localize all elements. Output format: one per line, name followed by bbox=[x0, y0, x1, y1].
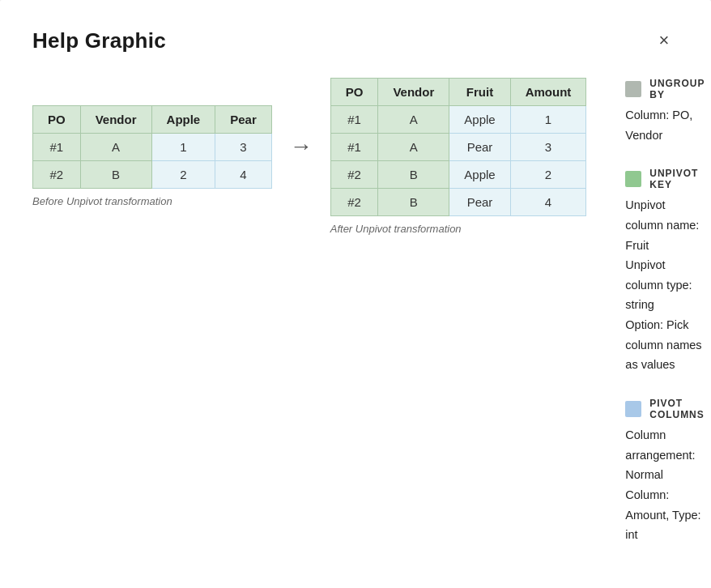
ungroup-legend-header: UNGROUP BY bbox=[625, 78, 705, 100]
after-cell: 1 bbox=[510, 106, 586, 134]
help-graphic-dialog: Help Graphic × PO Vendor Apple Pear bbox=[0, 0, 711, 588]
table-row: #1 A Pear 3 bbox=[330, 134, 586, 161]
after-cell: A bbox=[378, 134, 449, 161]
after-header-po: PO bbox=[330, 79, 378, 106]
pivot-line-1: Column arrangement: Normal bbox=[625, 425, 705, 485]
after-header-amount: Amount bbox=[510, 79, 586, 106]
before-table-wrapper: PO Vendor Apple Pear #1 A 1 3 bbox=[32, 105, 272, 207]
after-table-caption: After Unpivot transformation bbox=[330, 223, 462, 235]
close-button[interactable]: × bbox=[649, 26, 679, 55]
after-header-vendor: Vendor bbox=[378, 79, 449, 106]
dialog-header: Help Graphic × bbox=[32, 26, 679, 55]
after-cell: #2 bbox=[330, 161, 378, 189]
before-cell: 3 bbox=[215, 134, 272, 161]
unpivot-key-label: UNPIVOT KEY bbox=[649, 168, 705, 190]
before-cell: 1 bbox=[151, 134, 215, 161]
unpivot-key-legend-item: UNPIVOT KEY Unpivot column name: Fruit U… bbox=[625, 168, 705, 375]
after-cell: #2 bbox=[330, 189, 378, 216]
pivot-columns-body: Column arrangement: Normal Column: Amoun… bbox=[625, 425, 705, 545]
table-row: #2 B Apple 2 bbox=[330, 161, 586, 189]
after-cell: 3 bbox=[510, 134, 586, 161]
unpivot-key-body: Unpivot column name: Fruit Unpivot colum… bbox=[625, 195, 705, 375]
ungroup-swatch bbox=[625, 81, 641, 97]
before-header-apple: Apple bbox=[151, 106, 215, 134]
dialog-title: Help Graphic bbox=[32, 28, 166, 53]
after-cell: B bbox=[378, 161, 449, 189]
pivot-columns-swatch bbox=[625, 401, 641, 417]
before-table-caption: Before Unpivot transformation bbox=[32, 195, 172, 207]
table-row: #1 A Apple 1 bbox=[330, 106, 586, 134]
tables-section: PO Vendor Apple Pear #1 A 1 3 bbox=[32, 78, 586, 235]
before-header-po: PO bbox=[33, 106, 81, 134]
ungroup-line-1: Column: PO, Vendor bbox=[625, 105, 705, 145]
pivot-line-2: Column: Amount, Type: int bbox=[625, 485, 705, 545]
table-row: #1 A 1 3 bbox=[33, 134, 272, 161]
before-cell: 2 bbox=[151, 161, 215, 189]
after-table-wrapper: PO Vendor Fruit Amount #1 A Apple bbox=[330, 78, 587, 235]
table-row: #2 B Pear 4 bbox=[330, 189, 586, 216]
before-cell: 4 bbox=[215, 161, 272, 189]
after-cell: Pear bbox=[449, 134, 510, 161]
after-cell: 4 bbox=[510, 189, 586, 216]
unpivot-key-swatch bbox=[625, 171, 641, 187]
before-cell: A bbox=[80, 134, 151, 161]
after-cell: Apple bbox=[449, 161, 510, 189]
pivot-columns-label: PIVOT COLUMNS bbox=[649, 398, 705, 420]
arrow-icon: → bbox=[290, 134, 313, 179]
before-header-vendor: Vendor bbox=[80, 106, 151, 134]
tables-area: PO Vendor Apple Pear #1 A 1 3 bbox=[32, 78, 586, 235]
pivot-columns-legend-item: PIVOT COLUMNS Column arrangement: Normal… bbox=[625, 398, 705, 545]
unpivot-key-legend-header: UNPIVOT KEY bbox=[625, 168, 705, 190]
after-cell: Pear bbox=[449, 189, 510, 216]
ungroup-legend-item: UNGROUP BY Column: PO, Vendor bbox=[625, 78, 705, 145]
before-cell: #2 bbox=[33, 161, 81, 189]
after-cell: #1 bbox=[330, 106, 378, 134]
before-table: PO Vendor Apple Pear #1 A 1 3 bbox=[32, 105, 272, 189]
after-header-fruit: Fruit bbox=[449, 79, 510, 106]
after-cell: A bbox=[378, 106, 449, 134]
ungroup-label: UNGROUP BY bbox=[649, 78, 705, 100]
after-cell: Apple bbox=[449, 106, 510, 134]
after-cell: #1 bbox=[330, 134, 378, 161]
after-cell: 2 bbox=[510, 161, 586, 189]
unpivot-line-2: Unpivot column type: string bbox=[625, 255, 705, 315]
after-cell: B bbox=[378, 189, 449, 216]
after-table: PO Vendor Fruit Amount #1 A Apple bbox=[330, 78, 587, 216]
before-header-pear: Pear bbox=[215, 106, 272, 134]
ungroup-body: Column: PO, Vendor bbox=[625, 105, 705, 145]
unpivot-line-3: Option: Pick column names as values bbox=[625, 315, 705, 375]
table-row: #2 B 2 4 bbox=[33, 161, 272, 189]
before-cell: #1 bbox=[33, 134, 81, 161]
main-content: PO Vendor Apple Pear #1 A 1 3 bbox=[32, 78, 679, 568]
unpivot-line-1: Unpivot column name: Fruit bbox=[625, 195, 705, 255]
legend-section: UNGROUP BY Column: PO, Vendor UNPIVOT KE… bbox=[625, 78, 705, 568]
pivot-columns-legend-header: PIVOT COLUMNS bbox=[625, 398, 705, 420]
before-cell: B bbox=[80, 161, 151, 189]
